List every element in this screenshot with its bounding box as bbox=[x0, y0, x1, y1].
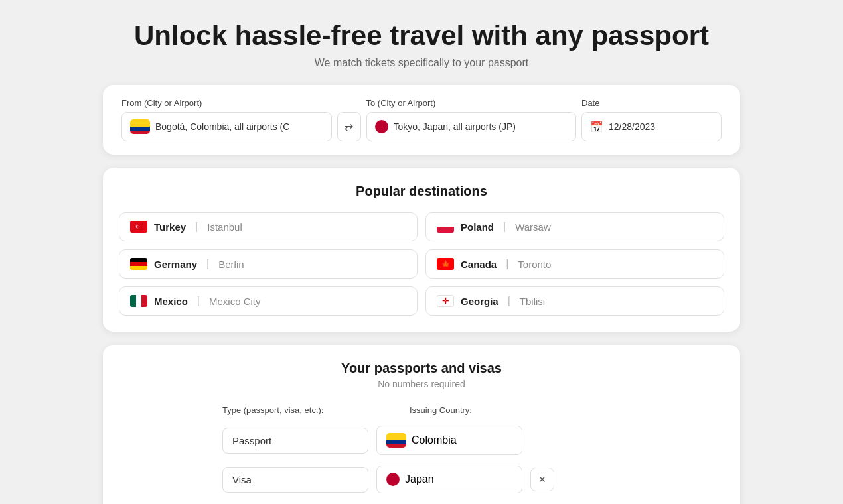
poland-flag bbox=[437, 221, 454, 233]
germany-flag bbox=[130, 258, 147, 270]
dest-city-mexicocity: Mexico City bbox=[209, 296, 261, 307]
destinations-grid: 🇹🇷 Turkey | Istanbul Poland | Warsaw bbox=[119, 212, 724, 316]
passport-form: Type (passport, visa, etc.): Issuing Cou… bbox=[119, 405, 724, 504]
from-value: Bogotá, Colombia, all airports (C bbox=[155, 121, 289, 132]
type-label: Type (passport, visa, etc.): bbox=[222, 405, 394, 415]
popular-destinations-card: Popular destinations 🇹🇷 Turkey | Istanbu… bbox=[103, 168, 740, 332]
to-input[interactable]: Tokyo, Japan, all airports (JP) bbox=[366, 112, 577, 141]
from-input[interactable]: Bogotá, Colombia, all airports (C bbox=[121, 112, 332, 141]
dest-city-toronto: Toronto bbox=[518, 259, 551, 270]
page-title: Unlock hassle-free travel with any passp… bbox=[103, 20, 740, 52]
georgia-flag: ✛ bbox=[437, 295, 454, 307]
passport-row-1: Colombia bbox=[222, 426, 621, 455]
passport-country-input-1[interactable]: Colombia bbox=[376, 426, 522, 455]
colombia-flag-passport bbox=[386, 433, 406, 448]
swap-icon: ⇄ bbox=[345, 121, 353, 133]
swap-button[interactable]: ⇄ bbox=[337, 112, 361, 141]
dest-country-turkey: Turkey bbox=[154, 221, 186, 233]
destination-canada[interactable]: 🍁 Canada | Toronto bbox=[425, 249, 724, 279]
date-label: Date bbox=[581, 98, 722, 108]
destination-mexico[interactable]: Mexico | Mexico City bbox=[119, 286, 418, 316]
from-field-group: From (City or Airport) Bogotá, Colombia,… bbox=[121, 98, 332, 141]
close-icon: ✕ bbox=[538, 474, 546, 485]
passports-card: Your passports and visas No numbers requ… bbox=[103, 345, 740, 504]
japan-flag-to bbox=[375, 120, 388, 133]
to-value: Tokyo, Japan, all airports (JP) bbox=[394, 121, 516, 132]
passport-country-2-value: Japan bbox=[405, 473, 434, 485]
passport-type-input-2[interactable] bbox=[222, 467, 368, 493]
from-label: From (City or Airport) bbox=[121, 98, 332, 108]
dest-country-germany: Germany bbox=[154, 259, 197, 270]
country-label: Issuing Country: bbox=[410, 405, 581, 415]
destination-germany[interactable]: Germany | Berlin bbox=[119, 249, 418, 279]
date-field-group: Date 📅 12/28/2023 bbox=[581, 98, 722, 141]
japan-flag-passport bbox=[386, 473, 400, 486]
dest-city-warsaw: Warsaw bbox=[515, 221, 551, 233]
dest-city-tbilisi: Tbilisi bbox=[520, 296, 545, 307]
passport-form-headers: Type (passport, visa, etc.): Issuing Cou… bbox=[222, 405, 621, 415]
colombia-flag-from bbox=[130, 119, 150, 134]
page-subtitle: We match tickets specifically to your pa… bbox=[103, 57, 740, 69]
turkey-flag: 🇹🇷 bbox=[130, 221, 147, 233]
dest-country-georgia: Georgia bbox=[461, 296, 498, 307]
mexico-flag bbox=[130, 295, 147, 307]
passport-type-input-1[interactable] bbox=[222, 428, 368, 454]
to-label: To (City or Airport) bbox=[366, 98, 577, 108]
dest-city-berlin: Berlin bbox=[218, 259, 244, 270]
passport-row-2: Japan ✕ bbox=[222, 466, 621, 493]
popular-title: Popular destinations bbox=[119, 184, 724, 199]
dest-country-poland: Poland bbox=[461, 221, 494, 233]
passport-country-1-value: Colombia bbox=[412, 434, 457, 446]
date-input[interactable]: 📅 12/28/2023 bbox=[581, 112, 722, 141]
canada-flag: 🍁 bbox=[437, 258, 454, 270]
to-field-group: To (City or Airport) Tokyo, Japan, all a… bbox=[366, 98, 577, 141]
destination-poland[interactable]: Poland | Warsaw bbox=[425, 212, 724, 241]
date-value: 12/28/2023 bbox=[609, 121, 655, 132]
passport-country-input-2[interactable]: Japan bbox=[376, 466, 522, 493]
destination-turkey[interactable]: 🇹🇷 Turkey | Istanbul bbox=[119, 212, 418, 241]
dest-country-canada: Canada bbox=[461, 259, 497, 270]
delete-visa-button[interactable]: ✕ bbox=[530, 468, 554, 491]
search-card: From (City or Airport) Bogotá, Colombia,… bbox=[103, 85, 740, 155]
destination-georgia[interactable]: ✛ Georgia | Tbilisi bbox=[425, 286, 724, 316]
passport-subtitle: No numbers required bbox=[119, 379, 724, 389]
passport-title: Your passports and visas bbox=[119, 361, 724, 376]
calendar-icon: 📅 bbox=[590, 121, 603, 133]
dest-country-mexico: Mexico bbox=[154, 296, 188, 307]
dest-city-istanbul: Istanbul bbox=[207, 221, 242, 233]
